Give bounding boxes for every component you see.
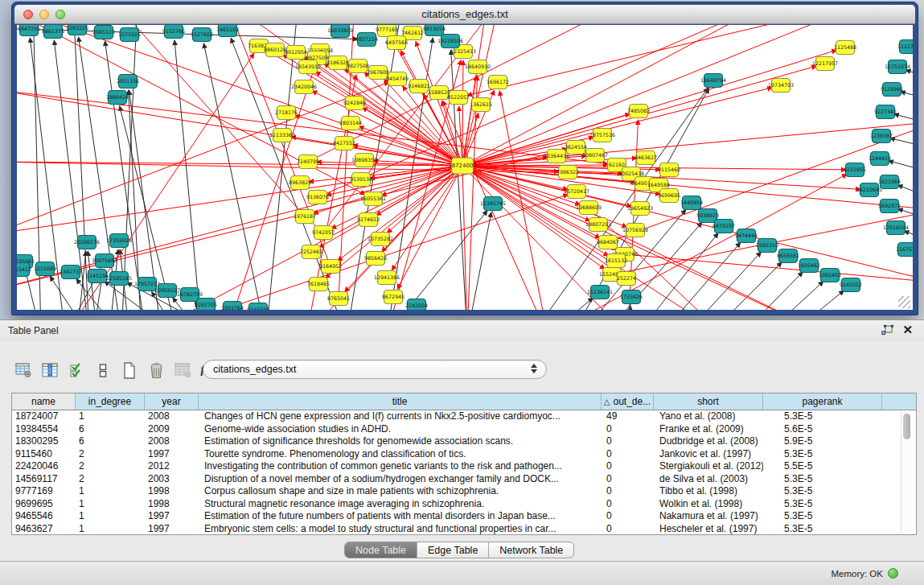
table-row[interactable]: 911546021997Tourette syndrome. Phenomeno… — [12, 448, 916, 461]
graph-node[interactable]: 1093225 — [66, 25, 88, 35]
table-row[interactable]: 977716911998Corpus callosum shape and si… — [12, 485, 916, 498]
graph-node[interactable]: 8860128 — [264, 43, 286, 57]
table-row[interactable]: 1938455462009Genome-wide association stu… — [12, 423, 916, 436]
column-header-in_degree[interactable]: in_degree — [76, 393, 145, 410]
graph-node[interactable]: 1215689 — [34, 262, 56, 276]
graph-node[interactable]: 18724007 — [448, 158, 477, 174]
graph-node[interactable]: 1615132 — [605, 254, 627, 268]
graph-node[interactable]: 2242004 — [405, 299, 428, 311]
graph-node[interactable]: 18640910 — [465, 60, 491, 74]
graph-node[interactable]: 18757516 — [589, 129, 615, 142]
table-row[interactable]: 969969511998Structural magnetic resonanc… — [12, 498, 916, 511]
graph-node[interactable]: 7465103 — [216, 25, 239, 37]
graph-node[interactable]: 1880424 — [106, 91, 129, 105]
graph-node[interactable]: 19218506 — [437, 35, 463, 48]
show-columns-icon[interactable] — [39, 360, 60, 380]
graph-node[interactable]: 20206576 — [74, 236, 100, 249]
table-row[interactable]: 1456911722003Disruption of a novel membe… — [12, 473, 916, 486]
graph-node[interactable]: 16543912 — [295, 60, 321, 74]
graph-node[interactable]: 8672945 — [382, 290, 405, 304]
graph-node[interactable]: 9463627 — [634, 151, 657, 165]
float-panel-icon[interactable] — [881, 324, 895, 337]
column-header-pagerank[interactable]: pagerank — [763, 393, 882, 410]
graph-node[interactable]: 9856428 — [364, 252, 387, 266]
graph-node[interactable]: 9227342 — [874, 105, 897, 119]
graph-node[interactable]: 1621064 — [878, 175, 901, 189]
graph-node[interactable]: 1733426 — [620, 290, 643, 304]
graph-node[interactable]: 7986322 — [556, 166, 579, 179]
graph-node[interactable]: 9115460 — [658, 163, 680, 177]
graph-node[interactable]: 8215955 — [844, 163, 866, 177]
select-rows-icon[interactable] — [66, 360, 87, 380]
graph-node[interactable]: 16648794 — [700, 74, 726, 88]
graph-node[interactable]: 8912954 — [285, 46, 307, 60]
graph-node[interactable]: 8454749 — [386, 72, 409, 86]
graph-node[interactable]: 7485083 — [627, 105, 650, 118]
network-window[interactable]: citations_edges.txt 18724007716382288601… — [11, 2, 918, 315]
graph-node[interactable]: 12217957 — [812, 57, 838, 71]
table-row[interactable]: 946362711997Embryonic stem cells: a mode… — [12, 523, 916, 536]
delete-column-icon[interactable] — [146, 360, 166, 380]
table-mode-icon[interactable] — [13, 360, 34, 380]
graph-node[interactable]: 20364436 — [544, 150, 569, 163]
graph-node[interactable]: 9164952 — [319, 260, 342, 274]
graph-node[interactable]: 15136141 — [587, 286, 613, 299]
table-vertical-scrollbar[interactable] — [901, 411, 911, 533]
graph-node[interactable]: 1092450 — [819, 269, 841, 282]
graph-node[interactable]: 9827508 — [347, 60, 369, 73]
table-row[interactable]: 2242004622012Investigating the contribut… — [12, 460, 916, 473]
graph-node[interactable]: 252274 — [617, 272, 636, 286]
graph-node[interactable]: 1145194 — [86, 270, 109, 283]
graph-node[interactable]: 2292705 — [195, 299, 217, 311]
graph-node[interactable]: 1167533 — [896, 243, 913, 257]
graph-node[interactable]: 9539138 — [350, 173, 372, 187]
graph-node[interactable]: 9274653 — [357, 213, 380, 227]
graph-node[interactable]: 9777169 — [376, 25, 398, 37]
graph-node[interactable]: 1093764 — [221, 302, 244, 311]
tab-edge-table[interactable]: Edge Table — [417, 542, 489, 558]
graph-node[interactable]: 12133363 — [269, 129, 295, 142]
graph-node[interactable]: 5692971 — [878, 200, 901, 213]
graph-node[interactable]: 9474444 — [735, 229, 758, 243]
table-row[interactable]: 1872400712008Changes of HCN gene express… — [12, 410, 916, 423]
graph-node[interactable]: 1112702 — [897, 40, 913, 54]
graph-node[interactable]: 19654923 — [627, 202, 653, 216]
graph-node[interactable]: 3915411 — [17, 263, 31, 277]
network-canvas[interactable]: 1872400771638228860128891295422226058982… — [17, 25, 913, 310]
table-source-dropdown[interactable]: citations_edges.txt — [203, 360, 547, 379]
graph-node[interactable]: 9146821 — [408, 80, 430, 93]
graph-node[interactable]: 9245012 — [840, 278, 862, 292]
create-column-icon[interactable] — [119, 360, 140, 380]
graph-node[interactable]: 2718176 — [275, 106, 298, 120]
graph-node[interactable]: 2065123 — [92, 26, 115, 39]
graph-node[interactable]: 15751074 — [885, 60, 910, 74]
graph-node[interactable]: 1362615 — [470, 98, 492, 112]
column-header-title[interactable]: title — [199, 393, 602, 410]
graph-node[interactable]: 8963829 — [289, 176, 311, 190]
graph-node[interactable]: 30975887 — [92, 254, 117, 268]
table-row[interactable]: 946554611997Estimation of the future num… — [12, 510, 916, 523]
graph-node[interactable]: 16210645 — [856, 183, 882, 197]
graph-node[interactable]: 8522057 — [447, 91, 470, 105]
graph-node[interactable]: 1995310 — [756, 239, 778, 253]
graph-node[interactable]: 17016504 — [883, 221, 909, 235]
graph-node[interactable]: 18807293 — [585, 218, 611, 232]
graph-node[interactable]: 23420046 — [291, 80, 317, 94]
graph-node[interactable]: 8656561 — [777, 249, 799, 263]
column-header-out_de[interactable]: △out_de... — [602, 393, 654, 410]
column-header-short[interactable]: short — [654, 393, 763, 410]
graph-node[interactable]: 1239387 — [870, 130, 893, 143]
graph-node[interactable]: 9152766 — [162, 25, 185, 39]
scrollbar-thumb[interactable] — [903, 414, 910, 439]
graph-node[interactable]: 9242848 — [343, 97, 366, 110]
graph-node[interactable]: 8427552 — [333, 137, 355, 150]
graph-node[interactable]: 16033809 — [327, 25, 353, 38]
network-window-titlebar[interactable]: citations_edges.txt — [14, 5, 915, 24]
graph-node[interactable]: 10807487 — [582, 149, 608, 163]
graph-node[interactable]: 16055361 — [360, 192, 386, 206]
graph-node[interactable]: 9129966 — [881, 83, 903, 97]
graph-node[interactable]: 10898359 — [351, 154, 377, 167]
graph-node[interactable]: 12505185 — [106, 272, 132, 286]
graph-node[interactable]: 1573325 — [118, 28, 141, 42]
graph-node[interactable]: 15720417 — [564, 185, 589, 199]
